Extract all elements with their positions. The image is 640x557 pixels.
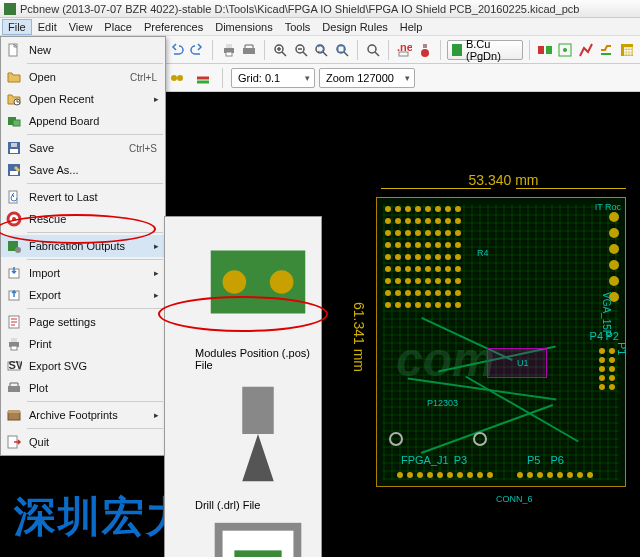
menu-item-revert[interactable]: Revert to Last <box>1 186 165 208</box>
menu-item-quit[interactable]: Quit <box>1 431 165 453</box>
page-icon <box>6 314 22 330</box>
menu-item-append[interactable]: Append Board <box>1 110 165 132</box>
find-button[interactable] <box>364 39 382 61</box>
menu-item-export[interactable]: Export ▸ <box>1 284 165 306</box>
zoom-fit-button[interactable] <box>333 39 351 61</box>
menu-item-open[interactable]: Open Ctrl+L <box>1 66 165 88</box>
revert-icon <box>6 189 22 205</box>
grid-value: Grid: 0.1 <box>238 72 280 84</box>
pcbnew-window: Pcbnew (2013-07-07 BZR 4022)-stable D:\T… <box>0 0 640 557</box>
submenu-arrow-icon: ▸ <box>154 268 159 278</box>
netlist-button[interactable]: .net <box>395 39 413 61</box>
menu-dimensions[interactable]: Dimensions <box>209 19 278 35</box>
layer-color-swatch <box>452 44 462 56</box>
plot-icon <box>6 380 22 396</box>
append-icon <box>6 113 22 129</box>
silk-label: CONN_6 <box>496 494 533 504</box>
mode-track-button[interactable] <box>577 39 595 61</box>
menu-design-rules[interactable]: Design Rules <box>316 19 393 35</box>
svg-rect-45 <box>11 346 17 350</box>
svg-point-23 <box>177 75 183 81</box>
svg-rect-16 <box>538 46 544 54</box>
zoom-out-button[interactable] <box>292 39 310 61</box>
window-title: Pcbnew (2013-07-07 BZR 4022)-stable D:\T… <box>20 3 579 15</box>
submenu-item-modules-pos[interactable]: Modules Position (.pos) File <box>165 219 321 371</box>
menu-preferences[interactable]: Preferences <box>138 19 209 35</box>
plot-button[interactable] <box>240 39 258 61</box>
silk-label: R4 <box>477 248 489 258</box>
silk-label: IT Roc <box>595 202 621 212</box>
submenu-arrow-icon: ▸ <box>154 241 159 251</box>
zoom-redraw-button[interactable] <box>312 39 330 61</box>
menu-item-rescue[interactable]: Rescue <box>1 208 165 230</box>
file-menu: New Open Ctrl+L Open Recent ▸ Append Boa… <box>0 36 166 456</box>
layer-select[interactable]: B.Cu (PgDn) <box>447 40 523 60</box>
menu-item-import[interactable]: Import ▸ <box>1 262 165 284</box>
layer-name: B.Cu (PgDn) <box>466 38 518 62</box>
dimension-horizontal: 53.340 mm <box>381 172 626 188</box>
app-icon <box>4 3 16 15</box>
open-icon <box>6 69 22 85</box>
menu-help[interactable]: Help <box>394 19 429 35</box>
open-recent-icon <box>6 91 22 107</box>
svg-rect-15 <box>423 44 427 48</box>
menu-item-page-settings[interactable]: Page settings <box>1 311 165 333</box>
redo-button[interactable] <box>188 39 206 61</box>
menubar[interactable]: File Edit View Place Preferences Dimensi… <box>0 18 640 36</box>
save-icon <box>6 140 22 156</box>
menu-item-new[interactable]: New <box>1 39 165 61</box>
print-button[interactable] <box>219 39 237 61</box>
submenu-item-module-rpt[interactable]: Module (.rpt) Report <box>165 511 321 557</box>
archive-icon <box>6 407 22 423</box>
drill-icon <box>195 487 321 499</box>
svg-rect-5 <box>243 48 255 54</box>
grid-select[interactable]: Grid: 0.1 <box>231 68 315 88</box>
menu-item-export-svg[interactable]: SVG Export SVG <box>1 355 165 377</box>
drc-button[interactable] <box>416 39 434 61</box>
svg-rect-17 <box>546 46 552 54</box>
menu-item-open-recent[interactable]: Open Recent ▸ <box>1 88 165 110</box>
separator-icon <box>388 40 389 60</box>
scripting-button[interactable]: ▦ <box>618 39 636 61</box>
svg-point-22 <box>171 75 177 81</box>
svg-text:▦: ▦ <box>623 44 633 56</box>
svg-rect-34 <box>10 171 18 175</box>
submenu-arrow-icon: ▸ <box>154 410 159 420</box>
submenu-item-drill[interactable]: Drill (.drl) File <box>165 371 321 511</box>
zoom-select[interactable]: Zoom 127000 <box>319 68 415 88</box>
menu-file[interactable]: File <box>2 19 32 35</box>
svg-rect-10 <box>338 46 344 52</box>
menu-item-save-as[interactable]: Save As... <box>1 159 165 181</box>
menu-item-save[interactable]: Save Ctrl+S <box>1 137 165 159</box>
track-width-button[interactable] <box>192 67 214 89</box>
silk-label: U1 <box>517 358 529 368</box>
zoom-in-button[interactable] <box>271 39 289 61</box>
menu-item-plot[interactable]: Plot <box>1 377 165 399</box>
svg-rect-57 <box>234 550 281 557</box>
menu-place[interactable]: Place <box>98 19 138 35</box>
svg-rect-31 <box>10 149 18 153</box>
menu-edit[interactable]: Edit <box>32 19 63 35</box>
svg-rect-4 <box>226 52 232 56</box>
menu-item-print[interactable]: Print <box>1 333 165 355</box>
svg-rect-50 <box>8 410 20 413</box>
mode-footprint-button[interactable] <box>556 39 574 61</box>
rescue-icon <box>6 211 22 227</box>
via-button[interactable] <box>166 67 188 89</box>
fabrication-outputs-submenu: Modules Position (.pos) File Drill (.drl… <box>164 216 322 557</box>
svg-point-39 <box>15 247 21 253</box>
menu-view[interactable]: View <box>63 19 99 35</box>
svg-point-54 <box>270 270 294 294</box>
separator-icon <box>222 68 223 88</box>
autorouter-button[interactable] <box>597 39 615 61</box>
layer-pair-button[interactable] <box>536 39 554 61</box>
menu-item-archive[interactable]: Archive Footprints ▸ <box>1 404 165 426</box>
svg-text:SVG: SVG <box>9 359 23 371</box>
menu-item-fabrication-outputs[interactable]: Fabrication Outputs ▸ <box>1 235 165 257</box>
svg-point-19 <box>563 48 567 52</box>
separator-icon <box>529 40 530 60</box>
submenu-arrow-icon: ▸ <box>154 290 159 300</box>
svg-icon: SVG <box>6 358 22 374</box>
undo-button[interactable] <box>168 39 186 61</box>
menu-tools[interactable]: Tools <box>279 19 317 35</box>
